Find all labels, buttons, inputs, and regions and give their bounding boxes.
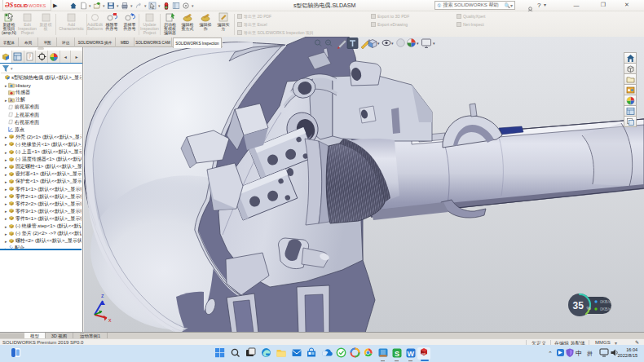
svg-text:0KB/s: 0KB/s bbox=[600, 307, 611, 311]
svg-text:S: S bbox=[395, 350, 399, 358]
svg-text:0KB/s: 0KB/s bbox=[600, 299, 611, 304]
svg-text:WORKS: WORKS bbox=[29, 3, 46, 8]
svg-text:拼: 拼 bbox=[587, 351, 593, 356]
svg-text:▾: ▾ bbox=[377, 41, 380, 46]
svg-text:▾: ▾ bbox=[433, 41, 435, 46]
svg-text:sw: sw bbox=[421, 351, 426, 355]
svg-text:▾: ▾ bbox=[417, 41, 419, 46]
svg-text:%: % bbox=[587, 306, 592, 311]
svg-text:W: W bbox=[408, 350, 415, 358]
svg-text:ƏS: ƏS bbox=[5, 2, 14, 9]
svg-text:中: 中 bbox=[576, 350, 582, 357]
svg-text:z: z bbox=[101, 293, 104, 298]
svg-text:▾: ▾ bbox=[391, 41, 394, 46]
svg-text:⌃: ⌃ bbox=[548, 351, 553, 356]
svg-text:SOLID: SOLID bbox=[14, 3, 28, 8]
svg-text:x: x bbox=[108, 317, 112, 322]
svg-text:35: 35 bbox=[573, 300, 584, 311]
